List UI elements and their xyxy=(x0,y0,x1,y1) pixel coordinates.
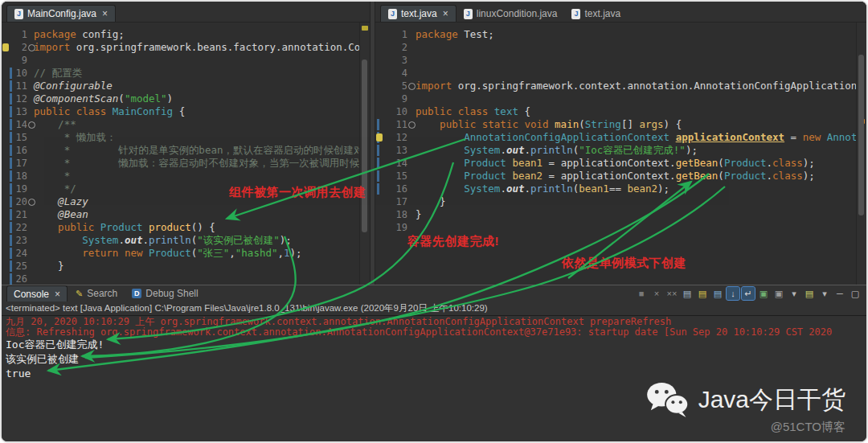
terminate-icon[interactable]: ■ xyxy=(635,287,648,300)
gutter-marker-column xyxy=(2,131,10,144)
fold-column xyxy=(27,105,32,118)
line-number: 11 xyxy=(10,80,27,92)
code-text: package Test; xyxy=(414,28,494,41)
fold-column xyxy=(27,67,32,80)
left-scrollbar-thumb[interactable] xyxy=(362,59,367,232)
editor-tab-MainConfig.java[interactable]: JMainConfig.java× xyxy=(6,5,116,22)
gutter-marker-column xyxy=(2,208,10,221)
maximize-view-icon[interactable]: ▢ xyxy=(849,287,862,300)
console-output[interactable]: 九月 20, 2020 10:10:29 上午 org.springframew… xyxy=(2,316,866,381)
code-text: System.out.println(bean1== bean2); xyxy=(414,183,669,195)
gutter-marker-column xyxy=(2,195,10,208)
code-text: * xyxy=(32,170,70,183)
fold-toggle-icon[interactable] xyxy=(28,121,35,129)
fold-column xyxy=(27,247,32,260)
fold-toggle-icon[interactable] xyxy=(408,121,416,129)
watermark-title: Java今日干货 xyxy=(698,384,845,416)
code-line: 18 * xyxy=(2,170,360,183)
fold-column xyxy=(27,234,32,247)
editor-tab-text.java[interactable]: Jtext.java× xyxy=(380,5,457,22)
word-wrap-icon[interactable]: ▤ xyxy=(711,287,724,300)
remove-launch-icon[interactable]: × xyxy=(650,287,663,300)
line-number: 14 xyxy=(10,118,27,131)
code-text: } xyxy=(414,195,446,208)
fold-column xyxy=(407,92,414,105)
line-number: 15 xyxy=(10,131,27,144)
fold-toggle-icon[interactable] xyxy=(28,199,35,206)
gutter-marker-column xyxy=(375,157,385,170)
line-number: 17 xyxy=(385,195,407,208)
code-text xyxy=(32,54,34,67)
code-text: public class text { xyxy=(414,105,530,118)
code-text: * 针对的是单实例的bean，默认在容器启动的时候创建对象 xyxy=(32,144,360,157)
remove-all-launches-icon[interactable]: ×× xyxy=(665,287,678,300)
fold-column xyxy=(27,92,32,105)
line-number: 10 xyxy=(10,67,27,80)
line-number: 13 xyxy=(385,144,407,157)
editor-tab-linuxCondition.java[interactable]: JlinuxCondition.java xyxy=(457,6,565,22)
line-number: 25 xyxy=(10,260,27,273)
code-line: 18} xyxy=(375,208,857,221)
fold-toggle-icon[interactable] xyxy=(28,44,35,51)
line-number: 16 xyxy=(385,183,407,195)
display-selected-console-icon[interactable]: ▣ xyxy=(772,287,785,300)
show-console-on-stdout-icon[interactable]: ↓ xyxy=(727,287,739,300)
tab-label: MainConfig.java xyxy=(27,8,96,19)
gutter-marker-column xyxy=(2,80,10,92)
close-tab-icon[interactable]: × xyxy=(102,8,108,19)
code-line: 10public class text { xyxy=(375,105,857,118)
gutter-marker-column xyxy=(375,195,385,208)
close-tab-icon[interactable]: × xyxy=(443,8,448,19)
console-dropdown-icon[interactable]: ▾ xyxy=(788,287,800,300)
code-line: 16 System.out.println(bean1== bean2); xyxy=(375,183,857,195)
code-text: import org.springframework.beans.factory… xyxy=(32,41,360,54)
tab-label: text.java xyxy=(584,8,620,19)
open-console-icon[interactable]: ▤ xyxy=(803,287,816,300)
code-text: return new Product("张三","hashd",1); xyxy=(32,247,302,260)
clear-console-icon[interactable]: ▤ xyxy=(681,287,694,300)
code-text: System.out.println("该实例已被创建"); xyxy=(32,234,292,247)
console-tab-Console[interactable]: ▦Console× xyxy=(6,285,68,301)
code-line: 3 xyxy=(375,54,857,67)
code-text: */ xyxy=(32,183,76,195)
gutter-marker-column xyxy=(2,247,10,260)
code-line: 17 } xyxy=(375,195,857,208)
code-text: /** xyxy=(32,118,76,131)
console-tab-Debug Shell[interactable]: DDebug Shell xyxy=(125,286,204,301)
line-number: 19 xyxy=(10,183,27,195)
fold-column xyxy=(407,54,414,67)
editor-tab-text.java[interactable]: Jtext.java xyxy=(564,6,628,22)
code-line: 26 xyxy=(2,273,360,285)
left-editor-scrollbar[interactable] xyxy=(359,23,370,285)
console-line-stdout: Ioc容器已创建完成! xyxy=(6,338,866,352)
scroll-lock-icon[interactable]: ▤ xyxy=(696,287,709,300)
fold-column xyxy=(27,144,32,157)
code-text xyxy=(414,221,416,234)
code-line: 13 System.out.println("Ioc容器已创建完成!"); xyxy=(375,144,857,157)
left-editor-code-area[interactable]: 1package config;2import org.springframew… xyxy=(2,23,360,285)
fold-column xyxy=(407,80,414,92)
red-annotation: 容器先创建完成! xyxy=(407,234,499,249)
tab-label: linuxCondition.java xyxy=(477,8,558,19)
fold-column xyxy=(407,105,414,118)
gutter-marker-column xyxy=(375,67,385,80)
open-console-dropdown-icon[interactable]: ▾ xyxy=(818,287,831,300)
right-scrollbar-thumb[interactable] xyxy=(858,55,864,215)
fold-column xyxy=(27,118,32,131)
pin-console-icon[interactable]: ▣ xyxy=(757,287,770,300)
line-number: 18 xyxy=(10,170,27,183)
editor-splitter[interactable] xyxy=(370,2,375,285)
minimize-view-icon[interactable]: ─ xyxy=(833,287,846,300)
gutter-marker-column xyxy=(375,41,385,54)
line-number: 14 xyxy=(385,157,407,170)
fold-column xyxy=(27,195,32,208)
code-text: Product bean1 = applicationContext.getBe… xyxy=(414,157,815,170)
watermark-handle: @51CTO博客 xyxy=(771,420,845,435)
show-console-on-stderr-icon[interactable]: ↵ xyxy=(742,287,755,300)
fold-column xyxy=(407,144,414,157)
line-number: 5 xyxy=(385,80,407,92)
close-tab-icon[interactable]: × xyxy=(55,289,60,300)
console-tab-Search[interactable]: ✎Search xyxy=(69,286,124,301)
fold-toggle-icon[interactable] xyxy=(408,83,416,90)
right-editor-scrollbar[interactable] xyxy=(856,23,866,285)
